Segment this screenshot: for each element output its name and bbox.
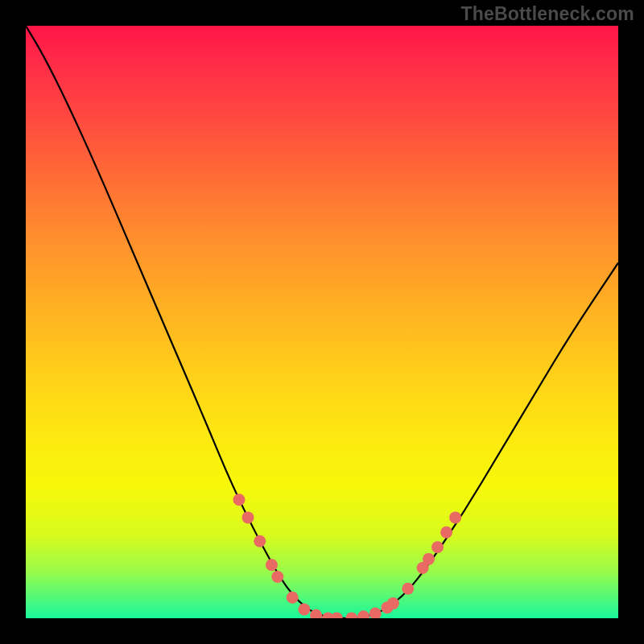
curve-marker <box>387 597 399 609</box>
curve-marker <box>242 511 254 523</box>
curve-marker <box>298 603 310 615</box>
watermark-text: TheBottleneck.com <box>460 3 634 25</box>
curve-marker <box>423 553 435 565</box>
curve-marker <box>369 608 382 618</box>
curve-marker <box>402 583 414 595</box>
curve-marker <box>357 610 369 618</box>
chart-plot-area <box>26 26 618 618</box>
curve-marker <box>345 613 357 619</box>
bottleneck-curve <box>26 26 618 618</box>
curve-marker <box>271 571 283 583</box>
curve-marker <box>233 493 245 506</box>
curve-marker <box>331 613 343 619</box>
curve-marker <box>287 592 299 604</box>
chart-svg <box>26 26 618 618</box>
curve-marker <box>266 559 278 571</box>
curve-marker <box>254 535 266 547</box>
curve-marker <box>440 526 452 539</box>
curve-marker <box>449 511 461 523</box>
curve-marker <box>431 541 444 553</box>
